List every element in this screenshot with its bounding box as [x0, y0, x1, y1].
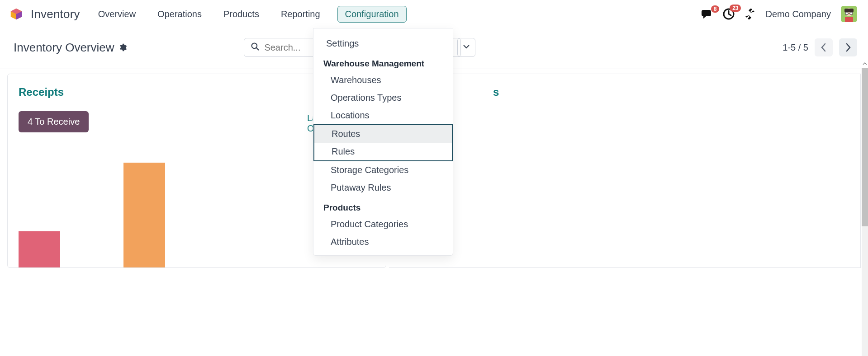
dd-highlight-box: Routes Rules — [313, 124, 453, 161]
svg-rect-8 — [850, 12, 853, 14]
top-navbar: Inventory Overview Operations Products R… — [0, 0, 868, 28]
scroll-up-icon[interactable] — [862, 60, 868, 68]
dd-operations-types[interactable]: Operations Types — [313, 89, 453, 107]
dd-section-warehouse-management: Warehouse Management — [313, 52, 453, 71]
nav-reporting[interactable]: Reporting — [276, 6, 325, 22]
configuration-dropdown: Settings Warehouse Management Warehouses… — [313, 28, 453, 256]
nav-products[interactable]: Products — [219, 6, 264, 22]
nav-configuration[interactable]: Configuration — [337, 6, 407, 23]
svg-rect-7 — [845, 12, 848, 14]
dd-storage-categories[interactable]: Storage Categories — [313, 161, 453, 179]
app-logo[interactable] — [10, 8, 23, 20]
dd-warehouses[interactable]: Warehouses — [313, 71, 453, 89]
page-title: Inventory Overview — [14, 41, 114, 55]
pager-count[interactable]: 1-5 / 5 — [783, 42, 808, 53]
main-nav: Overview Operations Products Reporting C… — [94, 6, 407, 23]
scroll-thumb[interactable] — [862, 68, 868, 226]
search-options-caret[interactable] — [457, 38, 475, 57]
dd-routes[interactable]: Routes — [314, 125, 452, 143]
receipts-to-receive-button[interactable]: 4 To Receive — [19, 111, 89, 132]
nav-operations[interactable]: Operations — [153, 6, 206, 22]
page-title-wrap: Inventory Overview — [14, 41, 127, 55]
dd-rules[interactable]: Rules — [314, 143, 452, 160]
dd-section-products: Products — [313, 197, 453, 215]
receipts-bar-1 — [19, 231, 60, 267]
receipts-bar-2 — [123, 163, 165, 267]
pager: 1-5 / 5 — [783, 38, 857, 56]
app-title[interactable]: Inventory — [31, 7, 80, 21]
dd-locations[interactable]: Locations — [313, 107, 453, 124]
dd-product-categories[interactable]: Product Categories — [313, 215, 453, 233]
chevron-left-icon — [821, 43, 827, 52]
company-selector[interactable]: Demo Company — [765, 9, 831, 19]
activities-icon[interactable]: 23 — [723, 8, 735, 20]
debug-tools-icon[interactable] — [745, 9, 755, 19]
svg-rect-10 — [845, 17, 853, 22]
chevron-right-icon — [845, 43, 851, 52]
dd-settings[interactable]: Settings — [313, 35, 453, 52]
dd-attributes[interactable]: Attributes — [313, 233, 453, 251]
search-icon — [251, 42, 260, 53]
nav-overview[interactable]: Overview — [94, 6, 140, 22]
messages-icon[interactable]: 8 — [701, 9, 713, 19]
activities-badge: 23 — [730, 5, 741, 12]
user-avatar[interactable] — [841, 6, 857, 22]
page-scrollbar[interactable] — [862, 68, 868, 356]
card-2-title-truncated[interactable]: s — [493, 86, 849, 98]
gear-icon[interactable] — [118, 43, 127, 52]
pager-next-button[interactable] — [839, 38, 857, 56]
card-partially-visible[interactable]: s — [389, 74, 861, 268]
navbar-right: 8 23 Demo Company — [701, 6, 857, 22]
svg-rect-6 — [844, 9, 854, 12]
dd-putaway-rules[interactable]: Putaway Rules — [313, 179, 453, 197]
messages-badge: 8 — [711, 5, 720, 13]
pager-prev-button[interactable] — [815, 38, 833, 56]
receipts-bar-chart — [19, 163, 165, 267]
svg-line-12 — [256, 48, 259, 50]
